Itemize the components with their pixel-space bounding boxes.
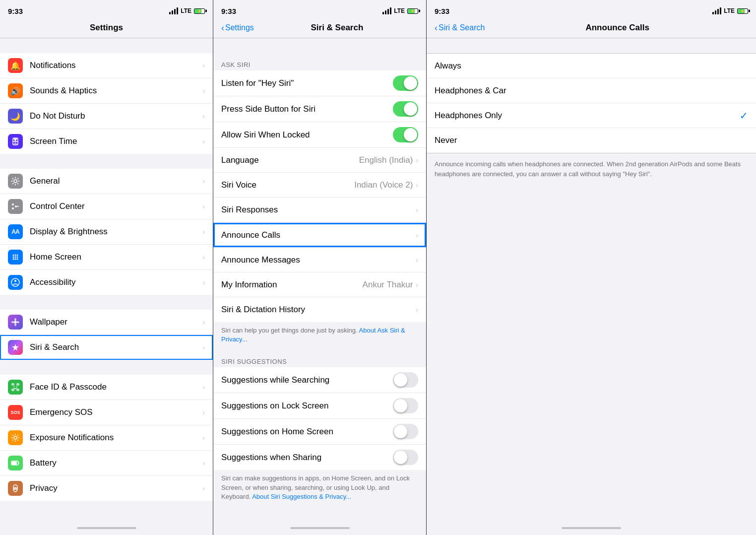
side-btn-toggle[interactable] xyxy=(393,101,418,117)
never-label: Never xyxy=(435,135,748,145)
locked-item[interactable]: Allow Siri When Locked xyxy=(213,122,426,148)
middle-settings-list[interactable]: ASK SIRI Listen for "Hey Siri" Press Sid… xyxy=(213,38,426,521)
ask-siri-link[interactable]: About Ask Siri & Privacy... xyxy=(221,327,405,343)
option-never[interactable]: Never xyxy=(427,128,756,153)
svg-point-22 xyxy=(14,321,17,324)
right-home-bar xyxy=(562,527,621,529)
announce-description: Announce incoming calls when headphones … xyxy=(427,153,756,185)
svg-point-19 xyxy=(17,259,18,260)
control-icon xyxy=(8,199,23,214)
settings-item-faceid[interactable]: Face ID & Passcode › xyxy=(0,375,213,400)
settings-item-wallpaper[interactable]: Wallpaper › xyxy=(0,310,213,335)
svg-point-34 xyxy=(14,436,17,439)
announce-calls-chevron: › xyxy=(416,231,418,239)
suggestions-searching-toggle[interactable] xyxy=(393,372,418,388)
side-btn-item[interactable]: Press Side Button for Siri xyxy=(213,96,426,122)
left-settings-list[interactable]: 🔔 Notifications › 🔊 Sounds & Haptics › 🌙… xyxy=(0,38,213,521)
settings-item-accessibility[interactable]: Accessibility › xyxy=(0,270,213,295)
svg-line-42 xyxy=(12,440,13,441)
homescreen-chevron: › xyxy=(202,253,205,261)
right-back-chevron: ‹ xyxy=(435,23,438,32)
svg-point-33 xyxy=(16,386,17,387)
my-info-item[interactable]: My Information Ankur Thakur › xyxy=(213,272,426,297)
siri-suggestions-header: SIRI SUGGESTIONS xyxy=(213,350,426,367)
option-headphones-car[interactable]: Headphones & Car xyxy=(427,78,756,103)
siri-responses-item[interactable]: Siri Responses › xyxy=(213,198,426,222)
settings-item-general[interactable]: General › xyxy=(0,169,213,194)
headphones-only-checkmark: ✓ xyxy=(740,110,748,122)
suggestions-searching-item[interactable]: Suggestions while Searching xyxy=(213,367,426,393)
dnd-icon: 🌙 xyxy=(8,109,23,124)
settings-item-notifications[interactable]: 🔔 Notifications › xyxy=(0,53,213,78)
middle-signal xyxy=(382,7,391,14)
side-btn-label: Press Side Button for Siri xyxy=(221,104,393,114)
group-gap-5 xyxy=(0,501,213,516)
siri-icon xyxy=(8,340,23,355)
suggestions-searching-label: Suggestions while Searching xyxy=(221,375,393,385)
option-always[interactable]: Always xyxy=(427,54,756,78)
sounds-icon: 🔊 xyxy=(8,83,23,98)
announce-messages-chevron: › xyxy=(416,256,418,264)
announce-messages-item[interactable]: Announce Messages › xyxy=(213,248,426,272)
middle-status-bar: 9:33 LTE ⚡ xyxy=(213,0,426,20)
faceid-icon xyxy=(8,380,23,395)
notifications-icon: 🔔 xyxy=(8,58,23,73)
siri-voice-item[interactable]: Siri Voice Indian (Voice 2) › xyxy=(213,173,426,198)
svg-point-18 xyxy=(15,259,16,260)
left-status-right: LTE ⚡ xyxy=(169,7,205,14)
middle-lte: LTE xyxy=(394,7,405,14)
msig4 xyxy=(390,7,391,14)
wallpaper-label: Wallpaper xyxy=(30,317,202,327)
settings-item-screentime[interactable]: Screen Time › xyxy=(0,129,213,154)
hey-siri-toggle[interactable] xyxy=(393,75,418,91)
option-headphones-only[interactable]: Headphones Only ✓ xyxy=(427,103,756,128)
siri-voice-value: Indian (Voice 2) xyxy=(354,180,413,190)
settings-item-sounds[interactable]: 🔊 Sounds & Haptics › xyxy=(0,78,213,104)
exposure-label: Exposure Notifications xyxy=(30,433,202,443)
settings-item-emergency[interactable]: SOS Emergency SOS › xyxy=(0,400,213,425)
language-chevron: › xyxy=(416,156,418,164)
emergency-chevron: › xyxy=(202,408,205,416)
hey-siri-thumb xyxy=(404,76,417,90)
right-panel: 9:33 LTE ⚡ ‹ Siri & Search Announce Call… xyxy=(427,0,756,535)
settings-item-battery[interactable]: Battery › xyxy=(0,451,213,476)
hey-siri-item[interactable]: Listen for "Hey Siri" xyxy=(213,70,426,96)
sounds-chevron: › xyxy=(202,87,205,95)
sounds-label: Sounds & Haptics xyxy=(30,86,202,96)
right-battery: ⚡ xyxy=(737,8,748,14)
my-info-value: Ankur Thakur xyxy=(363,280,413,290)
announce-calls-item[interactable]: Announce Calls › xyxy=(213,223,426,248)
right-back-btn[interactable]: ‹ Siri & Search xyxy=(435,23,485,32)
right-settings-list[interactable]: Always Headphones & Car Headphones Only … xyxy=(427,38,756,521)
locked-toggle[interactable] xyxy=(393,127,418,142)
siri-suggestions-link[interactable]: About Siri Suggestions & Privacy... xyxy=(252,493,351,500)
faceid-label: Face ID & Passcode xyxy=(30,382,202,392)
suggestions-lock-toggle[interactable] xyxy=(393,398,418,413)
middle-back-label: Settings xyxy=(225,23,254,32)
settings-item-dnd[interactable]: 🌙 Do Not Disturb › xyxy=(0,104,213,129)
settings-item-siri[interactable]: Siri & Search › xyxy=(0,335,213,360)
settings-item-display[interactable]: AA Display & Brightness › xyxy=(0,219,213,245)
language-item[interactable]: Language English (India) › xyxy=(213,148,426,173)
middle-back-btn[interactable]: ‹ Settings xyxy=(221,23,254,32)
exposure-chevron: › xyxy=(202,434,205,442)
svg-point-32 xyxy=(14,386,15,387)
svg-point-26 xyxy=(16,321,19,323)
suggestions-lock-item[interactable]: Suggestions on Lock Screen xyxy=(213,393,426,419)
announce-calls-group: Always Headphones & Car Headphones Only … xyxy=(427,53,756,153)
settings-item-privacy[interactable]: Privacy › xyxy=(0,476,213,501)
suggestions-home-toggle[interactable] xyxy=(393,424,418,439)
settings-group-2: General › Control Center › AA Display & … xyxy=(0,169,213,295)
settings-item-exposure[interactable]: Exposure Notifications › xyxy=(0,425,213,451)
svg-line-39 xyxy=(12,435,13,436)
suggestions-sharing-toggle[interactable] xyxy=(393,450,418,465)
suggestions-sharing-item[interactable]: Suggestions when Sharing xyxy=(213,445,426,470)
suggestions-home-item[interactable]: Suggestions on Home Screen xyxy=(213,419,426,445)
msig2 xyxy=(385,10,386,14)
sugg-lock-thumb xyxy=(394,399,407,412)
emergency-icon: SOS xyxy=(8,405,23,420)
settings-item-control[interactable]: Control Center › xyxy=(0,194,213,219)
middle-gap-1 xyxy=(213,38,426,53)
settings-item-homescreen[interactable]: Home Screen › xyxy=(0,245,213,270)
dictation-item[interactable]: Siri & Dictation History › xyxy=(213,297,426,322)
